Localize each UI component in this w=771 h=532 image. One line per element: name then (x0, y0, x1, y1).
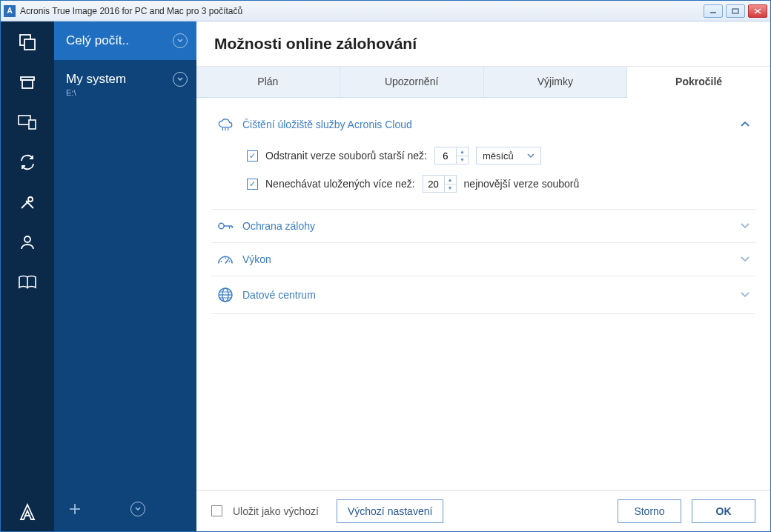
section-performance-label: Výkon (242, 253, 732, 265)
maximize-button[interactable] (726, 4, 745, 18)
minimize-icon (709, 8, 717, 14)
checkbox-delete-older[interactable]: ✓ (247, 150, 258, 162)
tab-advanced[interactable]: Pokročilé (627, 67, 770, 98)
save-as-default-label: Uložit jako výchozí (233, 505, 319, 517)
task-subtitle: E:\ (66, 88, 188, 97)
section-protection: Ochrana zálohy (211, 210, 755, 243)
nav-archive-icon[interactable] (17, 72, 38, 93)
svg-point-26 (225, 257, 226, 259)
icon-sidebar (1, 21, 54, 531)
svg-rect-1 (732, 9, 738, 13)
chevron-down-icon (741, 292, 750, 298)
months-input[interactable]: ▲ ▼ (434, 147, 469, 164)
person-icon (19, 233, 36, 251)
svg-rect-7 (22, 80, 33, 88)
task-item-whole-pc[interactable]: Celý počít.. (54, 21, 196, 60)
chevron-down-icon[interactable] (173, 33, 188, 48)
tab-notifications[interactable]: Upozornění (340, 67, 484, 97)
window-frame: A Acronis True Image 2016 for PC and Mac… (0, 0, 771, 532)
content-area: Možnosti online zálohování Plán Upozorně… (196, 21, 770, 531)
chevron-down-icon[interactable] (173, 72, 188, 87)
sync-icon (19, 153, 36, 171)
option-label: Odstranit verze souborů starší než: (265, 150, 427, 162)
section-performance-header[interactable]: Výkon (211, 243, 755, 276)
svg-point-13 (24, 236, 30, 242)
task-item-my-system[interactable]: My system E:\ (54, 60, 196, 109)
option-label: Nenechávat uložených více než: (265, 178, 415, 190)
ok-button[interactable]: OK (692, 499, 755, 523)
section-datacenter: Datové centrum (211, 276, 755, 314)
svg-point-20 (219, 223, 224, 228)
nav-sync-devices-icon[interactable] (17, 112, 38, 133)
chevron-down-icon (527, 153, 535, 159)
nav-backup-icon[interactable] (17, 32, 38, 53)
section-cleanup-label: Čištění úložiště služby Acronis Cloud (242, 119, 732, 130)
section-protection-label: Ochrana zálohy (242, 220, 732, 232)
window-controls (704, 4, 767, 18)
section-protection-header[interactable]: Ochrana zálohy (211, 210, 755, 242)
devices-icon (18, 114, 37, 130)
cancel-button[interactable]: Storno (618, 499, 681, 523)
reset-defaults-button[interactable]: Výchozí nastavení (337, 499, 443, 523)
versions-input[interactable]: ▲ ▼ (423, 175, 457, 193)
svg-point-11 (28, 197, 33, 202)
app-icon: A (4, 5, 16, 17)
app-body: Celý počít.. My system E:\ (1, 21, 770, 531)
acronis-a-icon (19, 503, 36, 521)
section-cleanup-header[interactable]: Čištění úložiště služby Acronis Cloud (211, 107, 755, 142)
key-icon (217, 220, 234, 232)
option-keep-no-more-than: ✓ Nenechávat uložených více než: ▲ ▼ nej… (247, 175, 755, 193)
svg-line-24 (225, 259, 229, 263)
nav-brand-icon[interactable] (17, 502, 38, 522)
page-title: Možnosti online zálohování (196, 21, 770, 67)
tab-exceptions[interactable]: Výjimky (484, 67, 628, 97)
months-value[interactable] (435, 147, 456, 164)
task-label: Celý počít.. (66, 33, 173, 48)
nav-help-icon[interactable] (17, 272, 38, 293)
titlebar: A Acronis True Image 2016 for PC and Mac… (1, 1, 770, 21)
spin-up-icon[interactable]: ▲ (457, 147, 468, 156)
tools-icon (19, 193, 36, 211)
unit-value: měsíců (483, 150, 514, 162)
spin-down-icon[interactable]: ▼ (457, 156, 468, 164)
task-panel-footer (54, 487, 196, 531)
option-suffix: nejnovější verze souborů (464, 178, 580, 190)
spin-up-icon[interactable]: ▲ (445, 176, 456, 184)
nav-sync-icon[interactable] (17, 152, 38, 173)
svg-rect-5 (24, 39, 35, 50)
section-cleanup-body: ✓ Odstranit verze souborů starší než: ▲ … (211, 142, 755, 209)
gauge-icon (217, 253, 234, 265)
minimize-button[interactable] (704, 4, 723, 18)
section-cleanup: Čištění úložiště služby Acronis Cloud ✓ … (211, 107, 755, 210)
tab-plan[interactable]: Plán (196, 67, 340, 97)
option-delete-older-than: ✓ Odstranit verze souborů starší než: ▲ … (247, 147, 755, 164)
close-button[interactable] (748, 4, 767, 18)
plus-icon (67, 502, 82, 516)
task-label: My system (66, 72, 173, 87)
nav-account-icon[interactable] (17, 232, 38, 253)
content-scroll: Čištění úložiště služby Acronis Cloud ✓ … (196, 98, 770, 490)
section-performance: Výkon (211, 243, 755, 276)
tabs: Plán Upozornění Výjimky Pokročilé (196, 67, 770, 98)
copies-icon (18, 33, 37, 52)
versions-value[interactable] (423, 176, 444, 192)
svg-point-25 (221, 261, 222, 262)
section-datacenter-header[interactable]: Datové centrum (211, 276, 755, 313)
maximize-icon (732, 8, 739, 14)
cloud-cleanup-icon (217, 117, 234, 132)
window-title: Acronis True Image 2016 for PC and Mac p… (20, 6, 704, 16)
book-icon (18, 274, 37, 290)
add-task-button[interactable] (67, 502, 82, 516)
checkbox-keep-max[interactable]: ✓ (247, 179, 258, 190)
section-datacenter-label: Datové centrum (242, 289, 732, 301)
chevron-down-icon[interactable] (130, 502, 145, 516)
svg-point-27 (229, 261, 231, 262)
nav-tools-icon[interactable] (17, 192, 38, 213)
spin-down-icon[interactable]: ▼ (445, 184, 456, 193)
unit-select[interactable]: měsíců (476, 147, 541, 164)
close-icon (754, 8, 761, 14)
checkbox-save-as-default[interactable] (211, 505, 222, 516)
chevron-down-icon (741, 256, 750, 262)
globe-icon (217, 287, 234, 303)
archive-icon (19, 73, 36, 91)
